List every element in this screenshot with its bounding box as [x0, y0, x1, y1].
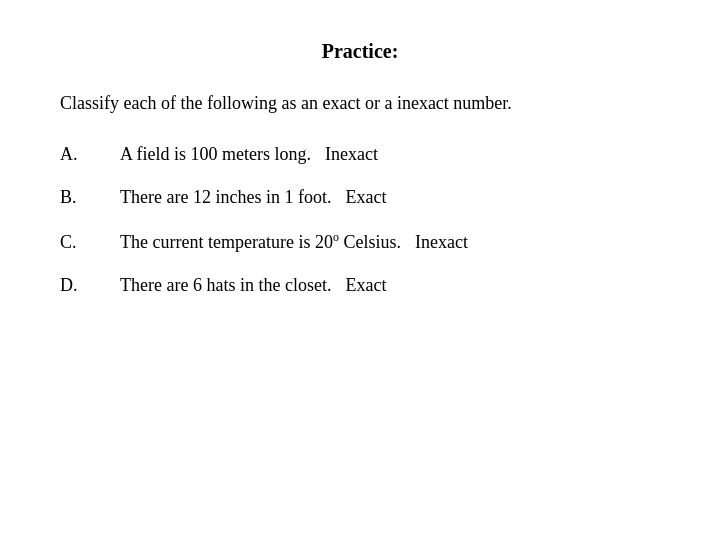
list-item: A. A field is 100 meters long. Inexact: [60, 144, 660, 165]
item-letter: B.: [60, 187, 120, 208]
qa-list: A. A field is 100 meters long. Inexact B…: [60, 144, 660, 296]
page-title: Practice:: [60, 40, 660, 63]
page: Practice: Classify each of the following…: [0, 0, 720, 540]
item-answer: Inexact: [325, 144, 378, 165]
list-item: C. The current temperature is 20o Celsiu…: [60, 230, 660, 253]
item-letter: D.: [60, 275, 120, 296]
instruction-text: Classify each of the following as an exa…: [60, 93, 660, 114]
item-question: There are 6 hats in the closet.: [120, 275, 331, 296]
item-answer: Exact: [345, 187, 386, 208]
list-item: D. There are 6 hats in the closet. Exact: [60, 275, 660, 296]
item-question: There are 12 inches in 1 foot.: [120, 187, 331, 208]
list-item: B. There are 12 inches in 1 foot. Exact: [60, 187, 660, 208]
item-letter: C.: [60, 232, 120, 253]
item-question: A field is 100 meters long.: [120, 144, 311, 165]
item-question: The current temperature is 20o Celsius.: [120, 230, 401, 253]
item-letter: A.: [60, 144, 120, 165]
item-answer: Exact: [345, 275, 386, 296]
item-answer: Inexact: [415, 232, 468, 253]
